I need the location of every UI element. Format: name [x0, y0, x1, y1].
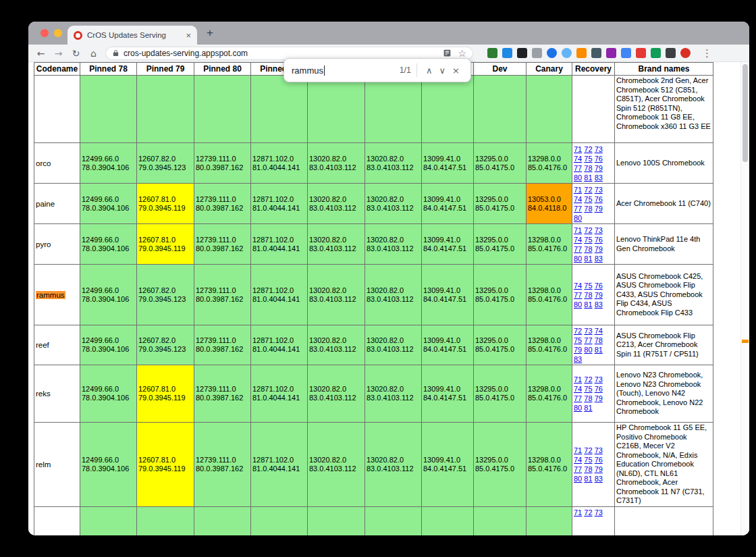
recovery-link[interactable]: 81 — [584, 255, 592, 263]
recovery-link[interactable]: 75 — [584, 385, 592, 393]
recovery-link[interactable]: 72 — [574, 327, 582, 335]
recovery-link[interactable]: 75 — [584, 236, 592, 244]
recovery-link[interactable]: 79 — [595, 205, 603, 213]
tab-close-icon[interactable]: × — [186, 31, 191, 40]
recovery-link[interactable]: 80 — [574, 255, 582, 263]
recovery-link[interactable]: 79 — [595, 465, 603, 473]
recovery-link[interactable]: 74 — [595, 327, 603, 335]
recovery-link[interactable]: 77 — [584, 336, 592, 344]
extension-icon-5[interactable] — [547, 48, 557, 58]
recovery-link[interactable]: 80 — [584, 346, 592, 354]
recovery-link[interactable]: 72 — [584, 145, 592, 153]
recovery-link[interactable]: 71 — [574, 375, 582, 383]
forward-button[interactable]: → — [53, 49, 64, 58]
recovery-link[interactable]: 78 — [584, 394, 592, 402]
page-scrollbar[interactable] — [740, 62, 749, 535]
recovery-link[interactable]: 81 — [584, 174, 592, 182]
recovery-link[interactable]: 77 — [574, 205, 582, 213]
extension-icon-1[interactable] — [487, 48, 497, 58]
recovery-link[interactable]: 80 — [574, 174, 582, 182]
recovery-link[interactable]: 71 — [574, 145, 582, 153]
recovery-link[interactable]: 76 — [595, 195, 603, 203]
recovery-link[interactable]: 79 — [595, 164, 603, 172]
recovery-link[interactable]: 74 — [574, 456, 582, 464]
find-next-button[interactable]: ∨ — [436, 65, 450, 76]
recovery-link[interactable]: 81 — [584, 404, 592, 412]
recovery-link[interactable]: 78 — [595, 336, 603, 344]
recovery-link[interactable]: 74 — [574, 282, 582, 290]
browser-menu-icon[interactable]: ⋮ — [702, 47, 712, 59]
save-page-icon[interactable] — [443, 49, 452, 57]
extension-icon-6[interactable] — [562, 48, 572, 58]
recovery-link[interactable]: 74 — [574, 385, 582, 393]
recovery-link[interactable]: 76 — [595, 282, 603, 290]
recovery-link[interactable]: 77 — [574, 245, 582, 253]
recovery-link[interactable]: 75 — [584, 195, 592, 203]
extension-icon-8[interactable] — [591, 48, 601, 58]
recovery-link[interactable]: 79 — [595, 291, 603, 299]
extension-icon-11[interactable] — [636, 48, 646, 58]
recovery-link[interactable]: 74 — [574, 236, 582, 244]
recovery-link[interactable]: 73 — [595, 446, 603, 454]
recovery-link[interactable]: 79 — [595, 394, 603, 402]
recovery-link[interactable]: 73 — [595, 508, 603, 516]
recovery-link[interactable]: 80 — [574, 300, 582, 309]
recovery-link[interactable]: 75 — [584, 456, 592, 464]
recovery-link[interactable]: 75 — [584, 282, 592, 290]
recovery-link[interactable]: 81 — [584, 300, 592, 309]
recovery-link[interactable]: 81 — [595, 346, 603, 354]
recovery-link[interactable]: 77 — [574, 291, 582, 299]
recovery-link[interactable]: 75 — [574, 336, 582, 344]
extension-icon-9[interactable] — [606, 48, 616, 58]
extension-icon-2[interactable] — [502, 48, 512, 58]
recovery-link[interactable]: 78 — [584, 245, 592, 253]
recovery-link[interactable]: 73 — [595, 226, 603, 234]
recovery-link[interactable]: 81 — [584, 475, 592, 483]
recovery-link[interactable]: 72 — [584, 446, 592, 454]
reload-button[interactable]: ↻ — [70, 49, 82, 58]
recovery-link[interactable]: 71 — [574, 508, 582, 516]
recovery-link[interactable]: 73 — [584, 327, 592, 335]
recovery-link[interactable]: 72 — [584, 226, 592, 234]
recovery-link[interactable]: 77 — [574, 465, 582, 473]
bookmark-star-icon[interactable]: ☆ — [458, 49, 466, 58]
recovery-link[interactable]: 78 — [584, 164, 592, 172]
close-window-button[interactable] — [40, 29, 49, 37]
recovery-link[interactable]: 72 — [584, 508, 592, 516]
recovery-link[interactable]: 71 — [574, 446, 582, 454]
recovery-link[interactable]: 80 — [574, 404, 582, 412]
recovery-link[interactable]: 77 — [574, 394, 582, 402]
recovery-link[interactable]: 73 — [595, 186, 603, 194]
recovery-link[interactable]: 76 — [595, 236, 603, 244]
recovery-link[interactable]: 71 — [574, 226, 582, 234]
recovery-link[interactable]: 78 — [584, 205, 592, 213]
recovery-link[interactable]: 83 — [574, 355, 582, 363]
find-previous-button[interactable]: ∧ — [423, 65, 436, 76]
back-button[interactable]: ← — [35, 49, 47, 58]
recovery-link[interactable]: 79 — [574, 346, 582, 354]
extension-icon-13[interactable] — [666, 48, 676, 58]
recovery-link[interactable]: 72 — [584, 375, 592, 383]
minimize-window-button[interactable] — [54, 29, 62, 37]
home-button[interactable]: ⌂ — [88, 49, 99, 58]
extension-icon-12[interactable] — [651, 48, 661, 58]
recovery-link[interactable]: 74 — [574, 195, 582, 203]
new-tab-button[interactable]: + — [207, 26, 213, 40]
recovery-link[interactable]: 75 — [584, 155, 592, 163]
recovery-link[interactable]: 73 — [595, 375, 603, 383]
recovery-link[interactable]: 78 — [584, 291, 592, 299]
recovery-link[interactable]: 83 — [595, 174, 603, 182]
recovery-link[interactable]: 83 — [595, 255, 603, 263]
recovery-link[interactable]: 73 — [595, 145, 603, 153]
recovery-link[interactable]: 76 — [595, 155, 603, 163]
recovery-link[interactable]: 74 — [574, 155, 582, 163]
recovery-link[interactable]: 80 — [574, 214, 582, 222]
recovery-link[interactable]: 76 — [595, 385, 603, 393]
recovery-link[interactable]: 76 — [595, 456, 603, 464]
extension-icon-7[interactable] — [576, 48, 587, 58]
find-input[interactable]: rammus — [292, 65, 323, 76]
find-close-button[interactable]: × — [449, 65, 463, 76]
recovery-link[interactable]: 83 — [595, 300, 603, 309]
recovery-link[interactable]: 83 — [595, 475, 603, 483]
recovery-link[interactable]: 71 — [574, 186, 582, 194]
